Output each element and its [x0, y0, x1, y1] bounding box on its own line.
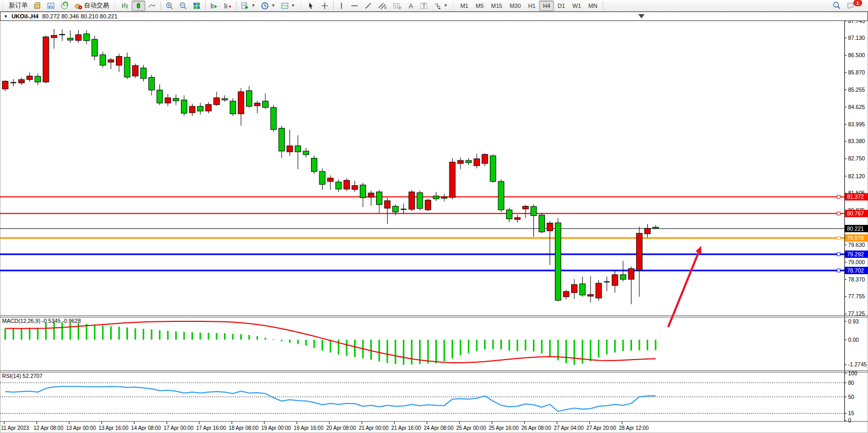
annotation-arrow[interactable] — [668, 253, 699, 327]
auto-scroll-button[interactable] — [207, 1, 221, 11]
macd-histogram-bar — [281, 340, 283, 341]
macd-histogram-bar — [484, 340, 486, 350]
candle-body — [596, 283, 602, 298]
chevron-down-icon: ▼ — [251, 3, 255, 8]
candle-body — [263, 101, 269, 107]
candlestick-chart-button[interactable] — [132, 1, 145, 11]
horizontal-line-button[interactable] — [348, 1, 361, 11]
channel-button[interactable]: E — [375, 1, 390, 11]
auto-trading-label: 自动交易 — [84, 1, 109, 10]
timeframe-w1[interactable]: W1 — [569, 1, 585, 11]
candle-body — [84, 34, 90, 40]
rsi-line — [5, 386, 656, 412]
chart-shift-marker[interactable] — [638, 14, 645, 18]
annotation-arrow-head[interactable] — [695, 246, 701, 254]
line-chart-button[interactable] — [145, 1, 159, 11]
chart-shift-icon — [223, 2, 232, 10]
line-drag-handle[interactable] — [837, 253, 840, 256]
candle-body — [425, 200, 431, 210]
new-order-button[interactable]: 新订单 — [6, 1, 30, 11]
candle-body — [653, 227, 659, 229]
macd-histogram-bar — [289, 340, 291, 343]
crosshair-button[interactable] — [318, 1, 331, 11]
macd-histogram-bar — [208, 333, 209, 340]
search-button[interactable] — [830, 1, 844, 11]
candle-body — [384, 201, 390, 208]
periods-button[interactable]: ▼ — [258, 1, 278, 11]
candle-body — [35, 77, 41, 82]
chart-window-button[interactable] — [30, 1, 44, 11]
chevron-down-icon: ▼ — [271, 3, 275, 8]
timeframe-h1[interactable]: H1 — [524, 1, 539, 11]
candle-body — [344, 180, 350, 189]
candle-body — [466, 160, 471, 163]
auto-trading-icon — [74, 2, 82, 10]
price-scale[interactable] — [844, 21, 868, 421]
toolbar-grip[interactable] — [2, 2, 4, 9]
toolbar-grip[interactable] — [300, 2, 302, 9]
macd-histogram-bar — [224, 333, 226, 340]
zoom-in-button[interactable] — [163, 1, 176, 11]
timeframe-m30[interactable]: M30 — [506, 1, 524, 11]
candle-body — [336, 182, 341, 189]
candle-body — [279, 128, 285, 151]
zoom-out-button[interactable] — [176, 1, 190, 11]
macd-histogram-bar — [61, 322, 63, 340]
fibonacci-button[interactable]: F — [390, 1, 404, 11]
label-button[interactable]: T — [417, 1, 431, 11]
toolbar-grip[interactable] — [114, 2, 116, 9]
candle-body — [133, 66, 138, 76]
candle-body — [303, 151, 309, 155]
macd-histogram-bar — [476, 340, 478, 351]
candle-body — [247, 91, 252, 106]
auto-trading-button[interactable]: 自动交易 — [71, 1, 112, 11]
bar-chart-button[interactable] — [118, 1, 132, 11]
svg-text:T: T — [422, 3, 426, 9]
macd-histogram-bar — [297, 340, 299, 344]
text-button[interactable]: A — [404, 1, 417, 11]
macd-histogram-bar — [598, 340, 599, 358]
candle-body — [181, 100, 187, 113]
macd-histogram-bar — [135, 328, 136, 340]
macd-histogram-bar — [468, 340, 469, 353]
shapes-button[interactable]: ▼ — [431, 1, 451, 11]
timeframe-m5[interactable]: M5 — [472, 1, 487, 11]
cursor-button[interactable] — [304, 1, 318, 11]
candle-body — [157, 90, 163, 103]
timeframe-d1[interactable]: D1 — [554, 1, 569, 11]
timeframe-m15[interactable]: M15 — [487, 1, 506, 11]
candle-body — [51, 36, 57, 38]
crosshair-icon — [320, 2, 329, 10]
time-scale[interactable] — [0, 421, 868, 433]
templates-button[interactable]: ▼ — [278, 1, 298, 11]
trendline-button[interactable] — [361, 1, 375, 11]
candle-body — [474, 159, 480, 166]
navigator-button[interactable] — [58, 1, 71, 11]
macd-histogram-bar — [606, 340, 608, 354]
macd-histogram-bar — [21, 328, 23, 340]
line-drag-handle[interactable] — [837, 269, 840, 272]
timeframe-h4[interactable]: H4 — [539, 1, 554, 11]
chart-canvas[interactable]: MACD(12,26,9) -0.5345 -0.9628RSI(14) 52.… — [0, 12, 868, 433]
line-drag-handle[interactable] — [837, 236, 840, 240]
macd-histogram-bar — [175, 331, 177, 340]
candle-body — [222, 99, 228, 100]
timeframe-mn[interactable]: MN — [585, 1, 601, 11]
rsi-label: RSI(14) 52.2707 — [2, 373, 42, 379]
timeframe-m1[interactable]: M1 — [457, 1, 472, 11]
data-window-button[interactable] — [44, 1, 58, 11]
chart-shift-button[interactable] — [221, 1, 234, 11]
toolbar: 新订单 自动交易 ▼ ▼ — [0, 0, 868, 12]
vertical-line-button[interactable] — [335, 1, 348, 11]
toolbar-grip[interactable] — [453, 2, 455, 9]
candle-body — [76, 35, 81, 40]
chevron-down-icon: ▼ — [444, 3, 448, 8]
macd-histogram-bar — [256, 336, 258, 340]
candle-body — [124, 57, 130, 77]
line-drag-handle[interactable] — [837, 212, 840, 215]
tile-windows-button[interactable] — [190, 1, 203, 11]
chart-menu-arrow[interactable]: ▼ — [4, 14, 8, 19]
notifications-button[interactable]: 1 — [844, 1, 865, 11]
indicators-button[interactable]: ▼ — [238, 1, 258, 11]
line-drag-handle[interactable] — [837, 195, 840, 198]
